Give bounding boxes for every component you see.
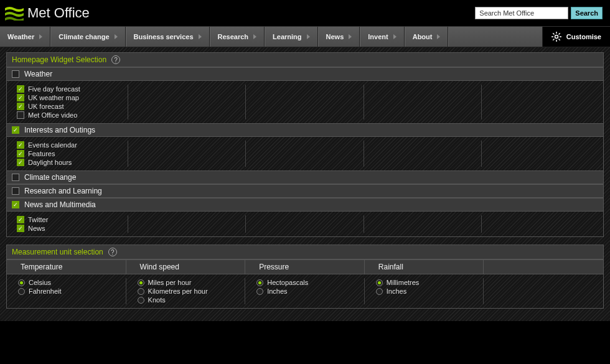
nav-item-learning[interactable]: Learning [265, 27, 317, 47]
unit-radio[interactable] [18, 288, 25, 295]
help-icon[interactable]: ? [111, 55, 120, 64]
unit-radio[interactable] [138, 279, 144, 286]
search-area: Search [475, 7, 603, 19]
widget-option-label: Features [28, 150, 55, 157]
unit-radio[interactable] [376, 288, 383, 295]
nav-spacer [448, 27, 542, 47]
section-header: News and Multimedia [7, 198, 603, 212]
unit-option-label: Fahrenheit [29, 287, 62, 295]
section-checkbox[interactable] [12, 70, 19, 78]
widget-panel-title-text: Homepage Widget Selection [12, 55, 106, 64]
chevron-right-icon [253, 34, 256, 39]
unit-option-label: Knots [148, 296, 166, 304]
section-label: Research and Learning [24, 187, 102, 195]
section-column [128, 85, 246, 119]
nav-item-business-services[interactable]: Business services [126, 27, 210, 47]
help-icon[interactable]: ? [108, 248, 117, 256]
widget-selection-panel: Homepage Widget Selection ? WeatherFive … [6, 52, 604, 237]
unit-option: Inches [376, 287, 472, 296]
nav-item-research[interactable]: Research [210, 27, 265, 47]
svg-line-5 [553, 33, 554, 34]
widget-option: Events calendar [17, 141, 121, 149]
widget-option-label: Five day forecast [28, 85, 80, 93]
nav-item-label: Climate change [59, 33, 109, 40]
unit-option-label: Kilometres per hour [148, 287, 208, 295]
widget-checkbox[interactable] [17, 111, 24, 119]
widget-checkbox[interactable] [17, 85, 24, 93]
section-column: Five day forecastUK weather mapUK foreca… [11, 85, 128, 119]
nav-item-label: About [413, 33, 433, 40]
section-checkbox[interactable] [12, 126, 19, 134]
unit-radio[interactable] [18, 279, 25, 286]
unit-radio[interactable] [138, 297, 144, 304]
logo[interactable]: Met Office [5, 5, 90, 21]
content: Homepage Widget Selection ? WeatherFive … [0, 47, 610, 321]
widget-checkbox[interactable] [17, 141, 24, 149]
section-body: TwitterNews [7, 212, 603, 236]
svg-line-6 [558, 39, 560, 40]
section-column [482, 85, 599, 119]
unit-radio[interactable] [256, 288, 263, 295]
unit-option-label: Miles per hour [148, 279, 192, 286]
unit-radio[interactable] [256, 279, 263, 286]
section-body: Events calendarFeaturesDaylight hours [7, 137, 603, 170]
section-column [246, 85, 364, 119]
nav-item-weather[interactable]: Weather [0, 27, 50, 47]
section-column [246, 141, 364, 167]
nav-item-climate-change[interactable]: Climate change [50, 27, 125, 47]
unit-option-label: Millimetres [387, 279, 420, 286]
unit-option: Knots [138, 296, 234, 304]
section-column [246, 215, 364, 233]
section-header: Interests and Outings [7, 123, 603, 137]
unit-option-label: Inches [387, 287, 406, 295]
unit-group-header: Temperature [7, 260, 126, 274]
section-checkbox[interactable] [12, 174, 19, 181]
unit-radio[interactable] [376, 279, 383, 286]
unit-option: Miles per hour [138, 278, 234, 287]
section-column [364, 141, 482, 167]
widget-option: UK forecast [17, 102, 121, 111]
section-label: Interests and Outings [24, 126, 95, 134]
search-input[interactable] [475, 7, 568, 19]
svg-point-0 [555, 35, 558, 39]
nav-item-label: Invent [368, 33, 388, 40]
widget-option: Daylight hours [17, 158, 121, 167]
navbar: WeatherClimate changeBusiness servicesRe… [0, 26, 610, 47]
nav-item-label: Weather [7, 33, 34, 40]
unit-group-header [484, 260, 603, 274]
search-button[interactable]: Search [571, 7, 603, 19]
widget-checkbox[interactable] [17, 216, 24, 223]
unit-option-label: Inches [267, 287, 287, 295]
nav-item-invent[interactable]: Invent [360, 27, 404, 47]
widget-option: Twitter [17, 215, 121, 224]
section-label: Weather [24, 70, 52, 78]
widget-checkbox[interactable] [17, 225, 24, 232]
section-column [364, 215, 482, 233]
nav-item-news[interactable]: News [318, 27, 360, 47]
section-checkbox[interactable] [12, 201, 19, 208]
section-label: Climate change [24, 173, 76, 182]
widget-checkbox[interactable] [17, 103, 24, 110]
widget-option-label: Events calendar [28, 141, 77, 149]
units-panel-title-text: Measurement unit selection [12, 248, 103, 256]
widget-option: Features [17, 149, 121, 158]
unit-radio[interactable] [138, 288, 144, 295]
widget-checkbox[interactable] [17, 150, 24, 157]
nav-item-about[interactable]: About [405, 27, 449, 47]
section-column [482, 141, 599, 167]
widget-checkbox[interactable] [17, 159, 24, 166]
header: Met Office Search [0, 0, 610, 26]
units-panel-title: Measurement unit selection ? [7, 245, 603, 259]
customise-button[interactable]: Customise [542, 27, 610, 47]
section-checkbox[interactable] [12, 187, 19, 195]
unit-option: Millimetres [376, 278, 472, 287]
widget-option-label: Met Office video [28, 111, 77, 119]
gear-icon [551, 32, 561, 42]
nav-item-label: Learning [273, 33, 301, 40]
widget-checkbox[interactable] [17, 94, 24, 101]
chevron-right-icon [393, 34, 396, 39]
section-column: Events calendarFeaturesDaylight hours [11, 141, 128, 167]
unit-group-column [484, 278, 603, 304]
chevron-right-icon [199, 34, 202, 39]
svg-line-7 [553, 39, 554, 40]
